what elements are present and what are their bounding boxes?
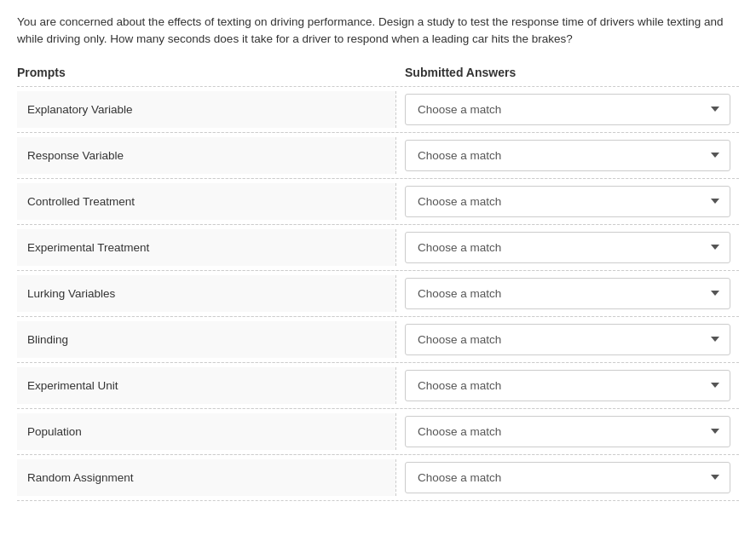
answer-cell-lurking-variables: Choose a match	[396, 271, 739, 316]
prompt-label-controlled-treatment: Controlled Treatment	[17, 183, 396, 220]
table-row: Response VariableChoose a match	[17, 132, 739, 179]
answer-cell-experimental-unit: Choose a match	[396, 363, 739, 408]
answer-cell-experimental-treatment: Choose a match	[396, 225, 739, 270]
table-header: Prompts Submitted Answers	[17, 66, 739, 79]
table-row: BlindingChoose a match	[17, 316, 739, 363]
match-rows-container: Explanatory VariableChoose a matchRespon…	[17, 86, 739, 501]
answer-cell-controlled-treatment: Choose a match	[396, 179, 739, 224]
match-select-explanatory-variable[interactable]: Choose a match	[405, 94, 730, 125]
prompt-label-random-assignment: Random Assignment	[17, 459, 396, 496]
match-select-random-assignment[interactable]: Choose a match	[405, 462, 730, 493]
prompt-label-lurking-variables: Lurking Variables	[17, 275, 396, 312]
answer-cell-population: Choose a match	[396, 409, 739, 454]
match-select-population[interactable]: Choose a match	[405, 416, 730, 447]
match-select-lurking-variables[interactable]: Choose a match	[405, 278, 730, 309]
answer-cell-blinding: Choose a match	[396, 317, 739, 362]
prompt-label-experimental-unit: Experimental Unit	[17, 367, 396, 404]
prompts-header: Prompts	[17, 66, 396, 79]
table-row: Experimental TreatmentChoose a match	[17, 224, 739, 271]
table-row: PopulationChoose a match	[17, 408, 739, 455]
prompt-label-explanatory-variable: Explanatory Variable	[17, 91, 396, 128]
match-select-experimental-treatment[interactable]: Choose a match	[405, 232, 730, 263]
prompt-label-blinding: Blinding	[17, 321, 396, 358]
intro-paragraph: You are concerned about the effects of t…	[17, 14, 739, 49]
prompt-label-response-variable: Response Variable	[17, 137, 396, 174]
prompt-label-population: Population	[17, 413, 396, 450]
match-select-response-variable[interactable]: Choose a match	[405, 140, 730, 171]
match-select-blinding[interactable]: Choose a match	[405, 324, 730, 355]
match-select-experimental-unit[interactable]: Choose a match	[405, 370, 730, 401]
answer-cell-explanatory-variable: Choose a match	[396, 87, 739, 132]
table-row: Random AssignmentChoose a match	[17, 454, 739, 501]
match-select-controlled-treatment[interactable]: Choose a match	[405, 186, 730, 217]
answer-cell-response-variable: Choose a match	[396, 133, 739, 178]
table-row: Experimental UnitChoose a match	[17, 362, 739, 409]
answers-header: Submitted Answers	[396, 66, 739, 79]
answer-cell-random-assignment: Choose a match	[396, 455, 739, 500]
table-row: Controlled TreatmentChoose a match	[17, 178, 739, 225]
prompt-label-experimental-treatment: Experimental Treatment	[17, 229, 396, 266]
table-row: Lurking VariablesChoose a match	[17, 270, 739, 317]
table-row: Explanatory VariableChoose a match	[17, 86, 739, 133]
